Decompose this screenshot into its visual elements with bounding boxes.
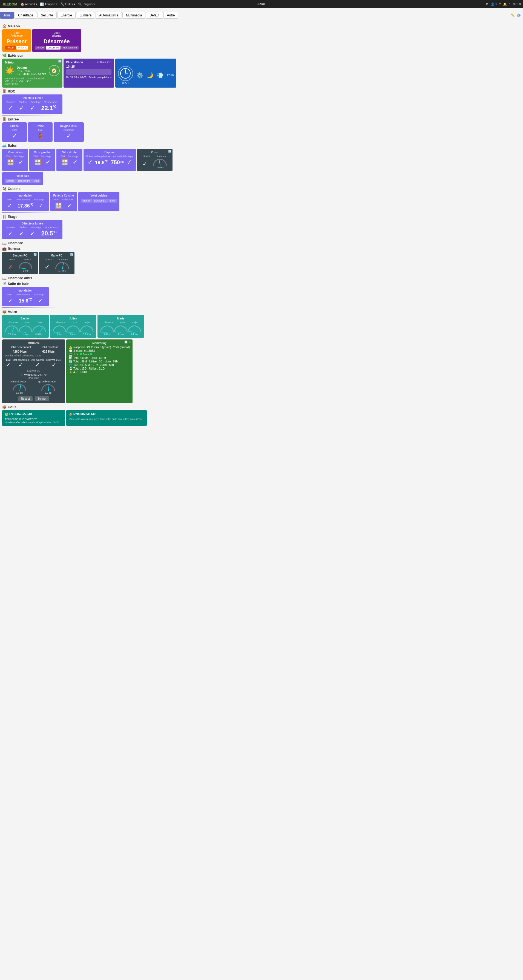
volet-baie-monter[interactable]: Monter bbox=[5, 179, 16, 183]
section-exterieur: 🌿 Extérieur 🔄 Météo ☀️ Dégagé 5°C / 74% … bbox=[2, 53, 521, 88]
btn-sonner[interactable]: Sonner bbox=[35, 396, 49, 401]
nav-plugins[interactable]: 🔌 Plugins ▾ bbox=[78, 2, 95, 6]
inondation-sdb-values: ✓ 15.6°C ✓ bbox=[5, 297, 46, 304]
section-autre: 📦 Autre Bastien distance ETA trajet 5.9 … bbox=[2, 310, 521, 403]
tab-autre[interactable]: Autre bbox=[163, 12, 179, 19]
julien-dist-needle bbox=[54, 332, 60, 332]
bastien-track-title: Bastien bbox=[5, 317, 46, 320]
mbhome-wifi24-check: ✓ bbox=[51, 361, 56, 368]
volet-baie-descendre[interactable]: Descendre bbox=[16, 179, 32, 183]
julien-track-gauges: 0 Km 0 min 0.1 Km bbox=[53, 326, 94, 336]
mbhome-action-buttons: Reboot Sonner bbox=[5, 396, 62, 401]
btn-present[interactable]: Présent bbox=[16, 46, 28, 49]
entree-widgets: Sirène Etat ✓ Porte Etat 🚪 Keypad RFID S… bbox=[2, 123, 521, 142]
btn-reboot[interactable]: Reboot bbox=[18, 396, 33, 401]
vitre-milieu-title: Vitre milieu bbox=[5, 151, 26, 154]
debit-desc-val: 4280 Kb/s bbox=[13, 350, 27, 353]
salon-icon: 🛋️ bbox=[2, 143, 6, 148]
widget-presence: Mode Présence Présent Absent Présent bbox=[2, 29, 31, 52]
btn-desarmee[interactable]: Désarmée bbox=[46, 46, 61, 49]
colis1-header: ✅ FV114535272JB bbox=[5, 412, 62, 417]
autre-tracking-widgets: Bastien distance ETA trajet 5.9 Km 1 m bbox=[2, 315, 521, 338]
volet-baie-title: Volet baie bbox=[5, 174, 40, 177]
exterieur-icon: 🌿 bbox=[2, 53, 6, 57]
nav-outils[interactable]: 🔧 Outils ▾ bbox=[61, 2, 75, 6]
sdb-icon: 🚿 bbox=[2, 282, 6, 286]
help-icon[interactable]: ? bbox=[499, 2, 501, 6]
bastien-gauge-shape bbox=[19, 262, 32, 269]
widget-fenetre-cuisine: Fenêtre Cuisine Etat Sabotage 🪟 ✓ bbox=[50, 192, 77, 211]
mbhome-bruit-gauges: 6.8 db 5.9 db bbox=[5, 384, 62, 394]
tab-automatisme[interactable]: Automatisme bbox=[96, 12, 122, 19]
monitoring-close-icon[interactable]: ✕ bbox=[129, 340, 131, 344]
section-title-chambre-amis: 🛏️ Chambre amis bbox=[2, 276, 521, 280]
tab-securite[interactable]: Sécurité bbox=[38, 12, 57, 19]
label-temperature: Température bbox=[45, 101, 58, 103]
nav-accueil[interactable]: 🏠 Accueil ▾ bbox=[21, 2, 37, 6]
detecteur-values-etage: ✓ ✓ ✓ 20.5°C bbox=[5, 230, 60, 237]
meteo-refresh-icon[interactable]: 🔄 bbox=[58, 60, 61, 63]
meteo-title: Météo bbox=[5, 61, 60, 64]
bastien-pc-refresh-icon[interactable]: 🔄 bbox=[33, 253, 37, 256]
user-icon[interactable]: 👤 ▾ bbox=[491, 2, 497, 6]
navbar-right: ⚙ 👤 ▾ ? 🔔 13:37:50 bbox=[486, 2, 521, 6]
volet-cuisine-buttons: Monter Descendre Stop bbox=[81, 199, 116, 202]
sdb-divider bbox=[2, 307, 57, 308]
monitoring-refresh-icon[interactable]: 🔄 bbox=[124, 340, 128, 344]
prizm-needle bbox=[159, 159, 161, 165]
mbhome-refresh: Dernier refresh 20/01/2017 13:37 bbox=[5, 354, 62, 357]
volet-cuisine-stop[interactable]: Stop bbox=[108, 199, 117, 202]
btn-armee[interactable]: Armée bbox=[35, 46, 45, 49]
forecast-val-2: -3/9 bbox=[19, 80, 24, 83]
mbhome-synchro-check: ✓ bbox=[35, 361, 40, 368]
salon-widgets: Vitre milieu Etat Sabotage 🪟 ✓ Vitre gau… bbox=[2, 149, 521, 171]
section-title-cuisine: 🍳 Cuisine bbox=[2, 187, 521, 191]
temp-etage: 20.5°C bbox=[41, 230, 56, 237]
nav-analyse[interactable]: 📊 Analyse ▾ bbox=[40, 2, 58, 6]
keypad-sabotage-label: Sabotage bbox=[64, 129, 74, 131]
mbhome-etat: Etat ✓ bbox=[6, 359, 11, 369]
btn-absent[interactable]: Absent bbox=[5, 46, 16, 49]
tab-chauffage[interactable]: Chauffage bbox=[14, 12, 37, 19]
widget-bastien-track: Bastien distance ETA trajet 5.9 Km 1 m bbox=[2, 315, 49, 338]
settings-icon[interactable]: ⚙️ bbox=[517, 13, 521, 17]
gear-icon[interactable]: ⚙ bbox=[486, 2, 488, 6]
edit-icon[interactable]: ✏️ bbox=[511, 13, 515, 17]
prizm-refresh-icon[interactable]: 🔄 bbox=[168, 150, 171, 153]
sdb-widgets: Inondation Fuite Température Sabotage ✓ … bbox=[2, 287, 521, 306]
meteo-condition: Dégagé bbox=[17, 66, 46, 69]
tab-defaut[interactable]: Defaut bbox=[146, 12, 163, 19]
prizm-labels: Statut Latence bbox=[140, 155, 170, 158]
colis2-header: 📦 5Y00007235139 bbox=[69, 412, 144, 417]
mbhome-wifi24: Etat Wifi 2.4G ✓ bbox=[46, 359, 62, 369]
section-salon: 🛋️ Salon Vitre milieu Etat Sabotage 🪟 ✓ … bbox=[2, 143, 521, 185]
bastien-trajet-needle bbox=[39, 328, 43, 332]
tab-lumiere[interactable]: Lumière bbox=[76, 12, 95, 19]
fenetre-cuisine-check: ✓ bbox=[67, 202, 72, 209]
prizm-latence: 2.6 ms bbox=[156, 166, 164, 169]
forecast-val-1: -2/11 bbox=[11, 80, 17, 83]
tab-tous[interactable]: Tous bbox=[0, 12, 14, 19]
meteo-temp: 5°C / 74% bbox=[17, 69, 46, 73]
keypad-check: ✓ bbox=[66, 132, 71, 140]
meteo-forecast-time: 8/22 | 17:50 bbox=[5, 83, 60, 86]
marie-pc-refresh-icon[interactable]: 🔄 bbox=[70, 253, 73, 256]
bastien-eta-gauge: 1 min bbox=[19, 326, 32, 336]
inondation-cuisine-title: Inondation bbox=[5, 194, 46, 197]
widget-soleil: Soleil 08:21 ⚙️ 🌙 💨 17:50 bbox=[115, 59, 176, 88]
maison-icon: 🏠 bbox=[2, 24, 6, 28]
bruit-mont-needle bbox=[48, 385, 49, 391]
sun-icon: ☀️ bbox=[5, 66, 14, 75]
section-chambre-amis: 🛏️ Chambre amis bbox=[2, 276, 521, 280]
alarm-mode-label: Mode bbox=[35, 32, 78, 34]
tab-energie[interactable]: Energie bbox=[57, 12, 76, 19]
btn-maintenance[interactable]: Maintenance bbox=[61, 46, 78, 49]
notification-icon[interactable]: 🔔 bbox=[503, 2, 507, 6]
tab-multimedia[interactable]: Multimedia bbox=[123, 12, 145, 19]
widget-marie-track: Marie distance ETA trajet 0 Km 1 min bbox=[97, 315, 144, 338]
julien-dist-shape bbox=[53, 326, 66, 332]
volet-cuisine-descendre[interactable]: Descendre bbox=[92, 199, 108, 202]
bastien-dist-needle bbox=[12, 326, 14, 332]
volet-baie-stop[interactable]: Stop bbox=[32, 179, 41, 183]
volet-cuisine-monter[interactable]: Monter bbox=[81, 199, 92, 202]
